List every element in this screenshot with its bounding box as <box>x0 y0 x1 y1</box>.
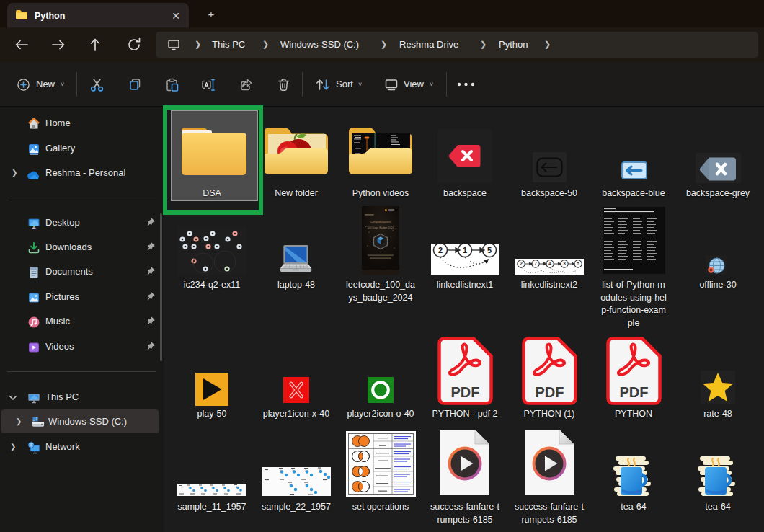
svg-text:7: 7 <box>534 261 537 266</box>
svg-text:1: 1 <box>463 246 467 254</box>
svg-text:2: 2 <box>520 261 523 266</box>
svg-text:PDF: PDF <box>619 384 648 400</box>
svg-text:5: 5 <box>487 246 492 254</box>
svg-text:Congratulations: Congratulations <box>370 220 391 223</box>
svg-text:5: 5 <box>577 261 579 266</box>
svg-text:4: 4 <box>548 261 551 266</box>
svg-text:2: 2 <box>438 246 443 254</box>
svg-text:⌜ 100 Days Badge 2024 ⌟: ⌜ 100 Days Badge 2024 ⌟ <box>365 226 396 229</box>
svg-text:PDF: PDF <box>535 384 564 400</box>
svg-text:PDF: PDF <box>450 384 479 400</box>
svg-text:3: 3 <box>563 261 566 266</box>
